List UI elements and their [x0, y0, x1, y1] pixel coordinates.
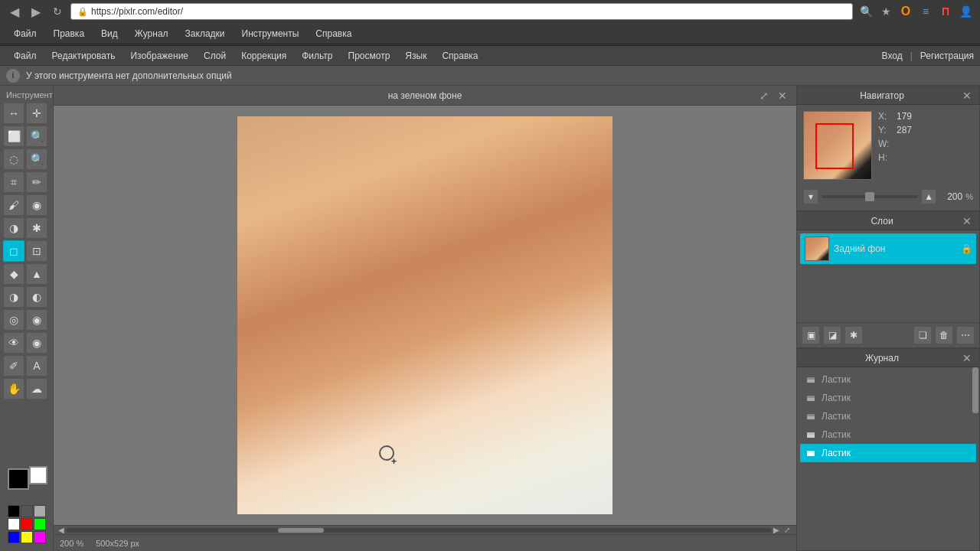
primary-color[interactable]	[8, 468, 29, 490]
swatch-white[interactable]	[8, 518, 20, 530]
gradient-tool[interactable]: ▲	[26, 263, 47, 285]
layer-delete-button[interactable]: 🗑	[935, 326, 953, 344]
menu-help[interactable]: Справка	[434, 48, 485, 64]
magic-select-tool[interactable]: 🔍	[26, 148, 47, 170]
swatch-blue[interactable]	[8, 531, 20, 543]
expand-canvas-button[interactable]: ⤢	[756, 88, 772, 103]
ext1-icon[interactable]: ≡	[917, 3, 934, 20]
zoom-value: 200	[939, 191, 962, 202]
browser-menu-history[interactable]: Журнал	[127, 26, 176, 41]
forward-button[interactable]: ▶	[28, 3, 44, 20]
h-label: H:	[878, 152, 893, 163]
history-item[interactable]: Ластик	[800, 407, 976, 425]
layer-name: Задний фон	[834, 243, 956, 254]
history-close-button[interactable]: ✕	[961, 352, 973, 364]
navigator-selection-box	[815, 123, 854, 169]
register-link[interactable]: Регистрация	[920, 51, 974, 61]
layer-mask-button[interactable]: ◪	[823, 326, 841, 344]
login-link[interactable]: Вход	[882, 51, 903, 61]
dodge-tool[interactable]: ◑	[3, 286, 24, 308]
secondary-color[interactable]	[29, 466, 47, 484]
tool-hint-icon: i	[6, 69, 20, 83]
heal-tool[interactable]: ✱	[26, 217, 47, 239]
swatch-yellow[interactable]	[21, 531, 33, 543]
browser-menu-help[interactable]: Справка	[308, 26, 359, 41]
browser-menu-view[interactable]: Вид	[93, 26, 126, 41]
pencil-tool[interactable]: ✏	[26, 171, 47, 193]
reload-button[interactable]: ↻	[49, 3, 66, 20]
swatch-black[interactable]	[8, 505, 20, 517]
scrollbar-thumb[interactable]	[278, 528, 324, 533]
eraser-tool[interactable]: ◻	[3, 240, 24, 262]
layers-panel-title: Слои	[803, 216, 961, 227]
swatch-light-gray[interactable]	[34, 505, 46, 517]
menu-filter[interactable]: Фильтр	[294, 48, 340, 64]
layer-adjustment-button[interactable]: ✱	[844, 326, 863, 344]
browser-menu-edit[interactable]: Правка	[46, 26, 93, 41]
history-item[interactable]: Ластик	[800, 389, 976, 407]
brush-tool[interactable]: 🖌	[3, 194, 24, 216]
horizontal-scrollbar[interactable]: ◀ ▶ ⤢	[54, 525, 796, 534]
canvas-viewport[interactable]: +	[54, 106, 796, 525]
menu-language[interactable]: Язык	[397, 48, 434, 64]
zoom-slider-thumb[interactable]	[865, 192, 874, 201]
history-item-active[interactable]: Ластик	[800, 444, 976, 462]
browser-menu-tools[interactable]: Инструменты	[234, 26, 307, 41]
menu-correction[interactable]: Коррекция	[234, 48, 294, 64]
content-tool[interactable]: ⊡	[26, 240, 47, 262]
blur-tool[interactable]: ◎	[3, 309, 24, 331]
browser-menu-file[interactable]: Файл	[6, 26, 44, 41]
history-item[interactable]: Ластик	[800, 370, 976, 389]
eyedropper-tool[interactable]: 👁	[3, 332, 24, 354]
lasso-tool[interactable]: ◌	[3, 148, 24, 170]
history-eraser-icon-active	[805, 447, 817, 459]
layer-copy-button[interactable]: ❏	[913, 326, 932, 344]
layer-new-group-button[interactable]: ▣	[802, 326, 820, 344]
menu-view[interactable]: Просмотр	[341, 48, 398, 64]
menu-edit[interactable]: Редактировать	[44, 48, 123, 64]
swatch-red[interactable]	[21, 518, 33, 530]
fill-tool[interactable]: ◆	[3, 263, 24, 285]
swatch-magenta[interactable]	[34, 531, 46, 543]
zoom-out-button[interactable]: ▾	[803, 189, 818, 204]
navigator-close-button[interactable]: ✕	[961, 90, 973, 102]
text-tool[interactable]: A	[26, 355, 47, 377]
layers-close-button[interactable]: ✕	[961, 215, 973, 227]
crop-tool[interactable]: ⌗	[3, 171, 24, 193]
swatch-green[interactable]	[34, 518, 46, 530]
move-tool[interactable]: ↔	[3, 103, 24, 124]
zoom-tool[interactable]: 🔍	[26, 126, 47, 147]
bookmark-icon[interactable]: ★	[877, 3, 894, 20]
hand-tool[interactable]: ✋	[3, 378, 24, 399]
profile-icon[interactable]: 👤	[957, 3, 974, 20]
scroll-left-button[interactable]: ◀	[57, 526, 66, 535]
swatch-dark-gray[interactable]	[21, 505, 33, 517]
layer-item[interactable]: Задний фон 🔒	[800, 233, 976, 264]
pen-tool[interactable]: ✐	[3, 355, 24, 377]
replace-color-tool[interactable]: ◑	[3, 217, 24, 239]
layers-panel: Слои ✕ Задний фон 🔒 ▣ ◪ ✱	[796, 211, 980, 348]
zoom-slider[interactable]	[822, 195, 918, 198]
odnoklassniki-icon[interactable]: O	[897, 3, 914, 20]
stamp-tool[interactable]: ◉	[26, 194, 47, 216]
sharpen-tool[interactable]: ◉	[26, 309, 47, 331]
navigator-thumbnail[interactable]	[803, 111, 872, 180]
menu-image[interactable]: Изображение	[122, 48, 196, 64]
history-item-label: Ластик	[822, 393, 851, 403]
transform-tool[interactable]: ✛	[26, 103, 47, 124]
menu-file[interactable]: Файл	[6, 48, 44, 64]
burn-tool[interactable]: ◐	[26, 286, 47, 308]
layer-more-button[interactable]: ⋯	[956, 326, 975, 344]
address-bar[interactable]: 🔒 https://pixlr.com/editor/	[70, 3, 853, 20]
history-item[interactable]: Ластик	[800, 425, 976, 444]
red-eye-tool[interactable]: ◉	[26, 332, 47, 354]
menu-layer[interactable]: Слой	[196, 48, 234, 64]
smudge-tool[interactable]: ☁	[26, 378, 47, 399]
browser-menu-bookmarks[interactable]: Закладки	[178, 26, 233, 41]
rect-select-tool[interactable]: ⬜	[3, 126, 24, 147]
scroll-right-button[interactable]: ▶	[772, 526, 781, 535]
ext2-icon[interactable]: П	[937, 3, 954, 20]
close-canvas-button[interactable]: ✕	[775, 88, 790, 103]
search-icon[interactable]: 🔍	[858, 3, 874, 20]
back-button[interactable]: ◀	[6, 3, 23, 20]
